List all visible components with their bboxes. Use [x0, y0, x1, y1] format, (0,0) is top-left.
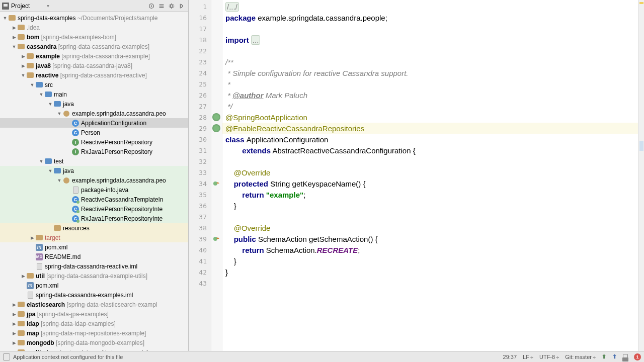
info-marker[interactable]: [639, 141, 643, 151]
tree-toggle[interactable]: ▼: [47, 102, 53, 107]
code-line[interactable]: [222, 45, 638, 56]
tree-item[interactable]: ▶elasticsearch [spring-data-elasticsearc…: [0, 300, 188, 309]
line-separator[interactable]: LF ÷: [523, 354, 533, 360]
tree-item[interactable]: CRxJava1PersonRepositoryInte: [0, 214, 188, 223]
tree-toggle[interactable]: ▶: [11, 302, 17, 307]
line-number[interactable]: 28: [189, 112, 211, 123]
line-number[interactable]: 39: [189, 233, 211, 244]
tree-item[interactable]: IReactivePersonRepository: [0, 137, 188, 147]
line-number[interactable]: 24: [189, 67, 211, 78]
tree-item[interactable]: ▶.idea: [0, 23, 188, 32]
cursor-position[interactable]: 29:37: [503, 354, 517, 360]
code-line[interactable]: */: [222, 101, 638, 112]
line-number[interactable]: 31: [189, 145, 211, 156]
tree-item[interactable]: ▼java: [0, 99, 188, 109]
tree-item[interactable]: ▶mongodb [spring-data-mongodb-examples]: [0, 338, 188, 347]
line-number[interactable]: 42: [189, 266, 211, 278]
tree-item[interactable]: MDREADME.md: [0, 252, 188, 261]
file-encoding[interactable]: UTF-8 ÷: [539, 354, 559, 360]
code-line[interactable]: [222, 23, 638, 34]
code-line[interactable]: protected String getKeyspaceName() {: [222, 178, 638, 189]
line-number[interactable]: 34: [189, 178, 211, 189]
tree-item[interactable]: ▶java8 [spring-data-cassandra-java8]: [0, 61, 188, 70]
line-number[interactable]: 40: [189, 244, 211, 255]
tree-item[interactable]: ▼example.springdata.cassandra.peo: [0, 175, 188, 185]
git-pull-icon[interactable]: ⬆: [612, 353, 617, 360]
tree-item[interactable]: ▶example [spring-data-cassandra-example]: [0, 51, 188, 61]
tree-item[interactable]: resources: [0, 223, 188, 233]
tree-toggle[interactable]: ▶: [11, 25, 17, 30]
git-push-icon[interactable]: ⬆: [602, 353, 606, 360]
tree-item[interactable]: ▼cassandra [spring-data-cassandra-exampl…: [0, 42, 188, 51]
line-number[interactable]: 32: [189, 156, 211, 167]
code-line[interactable]: * Simple configuration for reactive Cass…: [222, 67, 638, 78]
code-line[interactable]: }: [222, 266, 638, 278]
tree-item[interactable]: ▼spring-data-examples ~/Documents/Projec…: [0, 13, 188, 23]
tree-toggle[interactable]: ▶: [20, 54, 26, 59]
tree-toggle[interactable]: ▶: [11, 321, 17, 326]
tree-item[interactable]: spring-data-cassandra-reactive.iml: [0, 261, 188, 271]
tree-item[interactable]: CReactivePersonRepositoryInte: [0, 204, 188, 214]
status-icon[interactable]: [3, 353, 10, 360]
line-number[interactable]: 17: [189, 23, 211, 34]
tree-toggle[interactable]: ▼: [38, 159, 44, 164]
notification-badge[interactable]: 1: [634, 353, 641, 360]
code-line[interactable]: * @author Mark Paluch: [222, 89, 638, 101]
tree-item[interactable]: package-info.java: [0, 185, 188, 195]
tree-item[interactable]: ▶multi-store [spring-data-multi-store-ex…: [0, 347, 188, 351]
spring-marker-icon[interactable]: [212, 113, 220, 121]
code-line[interactable]: }: [222, 255, 638, 266]
tree-item[interactable]: ▼example.springdata.cassandra.peo: [0, 109, 188, 118]
code-line[interactable]: @Override: [222, 222, 638, 233]
tree-item[interactable]: ▼main: [0, 89, 188, 99]
git-branch[interactable]: Git: master ÷: [565, 354, 596, 360]
tree-toggle[interactable]: ▶: [20, 274, 26, 279]
line-number[interactable]: 36: [189, 200, 211, 211]
code-line[interactable]: }: [222, 200, 638, 211]
line-number[interactable]: 25: [189, 78, 211, 89]
tree-item[interactable]: mpom.xml: [0, 242, 188, 252]
code-line[interactable]: return SchemaAction.RECREATE;: [222, 244, 638, 255]
code-line[interactable]: @SpringBootApplication: [222, 112, 638, 123]
code-line[interactable]: class ApplicationConfiguration: [222, 134, 638, 145]
hide-button[interactable]: [177, 2, 186, 11]
line-number[interactable]: 37: [189, 211, 211, 222]
marker-gutter[interactable]: [211, 0, 222, 351]
collapse-all-button[interactable]: [157, 2, 166, 11]
tree-item[interactable]: ▶target: [0, 233, 188, 242]
line-number[interactable]: 30: [189, 134, 211, 145]
tree-item[interactable]: ▼reactive [spring-data-cassandra-reactiv…: [0, 70, 188, 80]
code-line[interactable]: [222, 156, 638, 167]
line-number[interactable]: 22: [189, 45, 211, 56]
tree-toggle[interactable]: ▼: [29, 82, 35, 87]
code-line[interactable]: @Override: [222, 167, 638, 178]
error-stripe[interactable]: [638, 0, 644, 351]
code-line[interactable]: /.../: [222, 1, 638, 12]
code-line[interactable]: @EnableReactiveCassandraRepositories: [222, 123, 638, 134]
line-number[interactable]: 35: [189, 189, 211, 200]
line-number[interactable]: 16: [189, 12, 211, 23]
tree-toggle[interactable]: ▼: [20, 73, 26, 78]
tree-item[interactable]: ▶ldap [spring-data-ldap-examples]: [0, 319, 188, 328]
tree-item[interactable]: ▶map [spring-data-map-repositories-examp…: [0, 328, 188, 338]
tree-toggle[interactable]: ▶: [11, 331, 17, 336]
tree-item[interactable]: ▼test: [0, 156, 188, 166]
spring-marker-icon[interactable]: [212, 124, 220, 132]
code-line[interactable]: package example.springdata.cassandra.peo…: [222, 12, 638, 23]
line-number[interactable]: 43: [189, 278, 211, 289]
line-number[interactable]: 26: [189, 89, 211, 101]
warning-marker[interactable]: [639, 2, 643, 4]
project-tree[interactable]: ▼spring-data-examples ~/Documents/Projec…: [0, 12, 188, 351]
code-area[interactable]: /.../package example.springdata.cassandr…: [222, 0, 638, 351]
tree-item[interactable]: mpom.xml: [0, 281, 188, 290]
line-number[interactable]: 33: [189, 167, 211, 178]
line-number[interactable]: 41: [189, 255, 211, 266]
tree-item[interactable]: CPerson: [0, 128, 188, 137]
override-marker-icon[interactable]: [212, 235, 220, 243]
tree-toggle[interactable]: ▼: [38, 92, 44, 97]
tree-item[interactable]: CApplicationConfiguration: [0, 118, 188, 128]
line-number[interactable]: 29: [189, 123, 211, 134]
tree-item[interactable]: ▶util [spring-data-cassandra-example-uti…: [0, 271, 188, 281]
tree-item[interactable]: IRxJava1PersonRepository: [0, 147, 188, 156]
tree-toggle[interactable]: ▼: [47, 168, 53, 173]
